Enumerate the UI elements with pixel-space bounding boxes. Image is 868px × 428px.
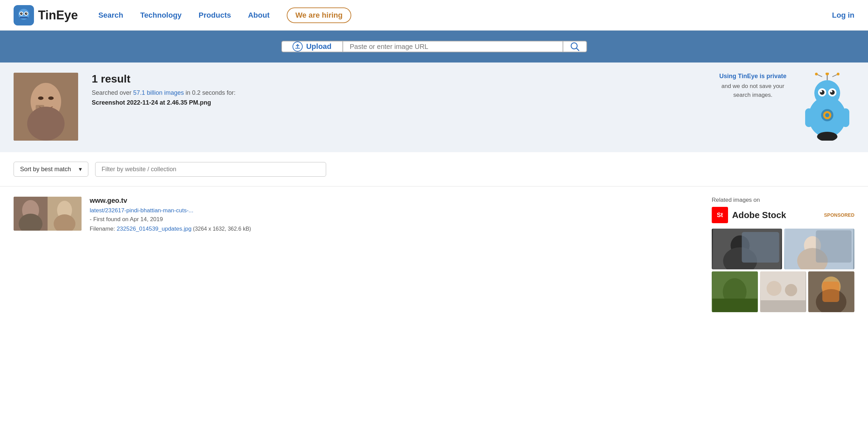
- robot-svg: [800, 73, 854, 141]
- login-link[interactable]: Log in: [832, 11, 854, 20]
- stock-images-bottom: [712, 271, 854, 312]
- sponsored-label: SPONSORED: [824, 212, 854, 218]
- thumb-right-img: [48, 197, 82, 231]
- sidebar: Related images on St Adobe Stock SPONSOR…: [712, 197, 854, 312]
- url-input[interactable]: [342, 41, 563, 52]
- svg-point-4: [20, 12, 23, 15]
- upload-icon: [293, 41, 303, 52]
- privacy-link[interactable]: Using TinEye is private: [719, 73, 786, 80]
- svg-point-13: [38, 96, 43, 100]
- related-label: Related images on: [712, 197, 854, 203]
- svg-point-30: [830, 90, 832, 92]
- privacy-section: Using TinEye is private and we do not sa…: [719, 73, 786, 99]
- privacy-text: and we do not save your search images.: [719, 82, 786, 99]
- stock-images-grid: [712, 229, 854, 269]
- stock-image-4[interactable]: [760, 271, 806, 312]
- query-image-bg: [14, 73, 78, 141]
- result-thumbnail: [14, 197, 82, 231]
- result-url-link[interactable]: latest/232617-pindi-bhattian-man-cuts-..…: [90, 207, 698, 214]
- svg-line-23: [832, 74, 837, 77]
- search-icon: [570, 42, 580, 51]
- svg-point-20: [826, 73, 829, 75]
- query-face-svg: [14, 73, 78, 141]
- upload-button[interactable]: Upload: [281, 41, 342, 52]
- svg-point-56: [785, 284, 797, 296]
- nav-search[interactable]: Search: [98, 11, 123, 20]
- result-info: 1 result Searched over 57.1 billion imag…: [92, 73, 706, 106]
- svg-point-24: [837, 73, 839, 75]
- logo-link[interactable]: TinEye: [14, 5, 78, 25]
- search-button[interactable]: [563, 41, 587, 52]
- thumb-left-svg: [14, 197, 48, 231]
- sort-chevron-icon: ▾: [79, 165, 82, 173]
- meta-suffix: in 0.2 seconds for:: [185, 89, 235, 96]
- result-fileinfo: (3264 x 1632, 362.6 kB): [193, 226, 251, 232]
- filter-input[interactable]: [95, 162, 326, 177]
- stock-image-2[interactable]: [784, 229, 854, 269]
- main-nav: Search Technology Products About We are …: [98, 7, 832, 23]
- svg-point-7: [26, 13, 27, 13]
- svg-point-55: [767, 281, 782, 296]
- nav-about[interactable]: About: [248, 11, 270, 20]
- svg-point-16: [27, 107, 65, 141]
- results-section: 1 result Searched over 57.1 billion imag…: [0, 63, 868, 152]
- svg-rect-34: [805, 108, 813, 127]
- header: TinEye Search Technology Products About …: [0, 0, 868, 31]
- result-domain: www.geo.tv: [90, 197, 698, 204]
- svg-point-29: [820, 90, 822, 92]
- stock-img-3-svg: [712, 271, 758, 312]
- svg-rect-61: [822, 282, 839, 302]
- svg-rect-8: [20, 17, 28, 18]
- sort-dropdown[interactable]: Sort by best match ▾: [14, 162, 88, 177]
- sort-label: Sort by best match: [20, 166, 71, 173]
- svg-rect-35: [842, 108, 849, 127]
- meta-count-link[interactable]: 57.1 billion images: [133, 89, 184, 96]
- logo-svg: [15, 7, 32, 24]
- upload-arrow-icon: [295, 44, 300, 49]
- adobe-stock-header: St Adobe Stock SPONSORED: [712, 207, 854, 223]
- svg-point-5: [25, 12, 28, 15]
- stock-image-5[interactable]: [808, 271, 854, 312]
- svg-point-14: [48, 96, 54, 100]
- stock-img-4-svg: [760, 271, 806, 312]
- content-area: www.geo.tv latest/232617-pindi-bhattian-…: [0, 186, 868, 322]
- stock-img-1-svg: [712, 229, 782, 269]
- hiring-button[interactable]: We are hiring: [287, 7, 352, 23]
- nav-technology[interactable]: Technology: [140, 11, 182, 20]
- adobe-st-icon: St: [712, 207, 728, 223]
- svg-line-10: [577, 48, 579, 51]
- stock-image-1[interactable]: [712, 229, 782, 269]
- search-bar: Upload: [281, 41, 587, 52]
- thumb-left-img: [14, 197, 48, 231]
- result-details: www.geo.tv latest/232617-pindi-bhattian-…: [90, 197, 698, 232]
- svg-rect-53: [712, 299, 758, 312]
- result-filename-link[interactable]: 232526_014539_updates.jpg: [117, 226, 191, 232]
- result-filename: Screenshot 2022-11-24 at 2.46.35 PM.png: [92, 99, 706, 106]
- nav-products[interactable]: Products: [199, 11, 231, 20]
- filter-section: Sort by best match ▾: [0, 152, 868, 186]
- table-row: www.geo.tv latest/232617-pindi-bhattian-…: [14, 197, 698, 243]
- result-found: - First found on Apr 14, 2019: [90, 216, 698, 223]
- meta-prefix: Searched over: [92, 89, 131, 96]
- stock-img-2-svg: [784, 229, 854, 269]
- result-meta: Searched over 57.1 billion images in 0.2…: [92, 89, 706, 96]
- upload-label: Upload: [306, 42, 332, 51]
- svg-rect-50: [816, 230, 852, 263]
- svg-line-21: [817, 74, 822, 77]
- stock-image-3[interactable]: [712, 271, 758, 312]
- adobe-st-text: St: [717, 212, 723, 219]
- svg-point-22: [815, 73, 818, 75]
- search-section: Upload: [0, 31, 868, 63]
- filename-label: Filename:: [90, 226, 117, 232]
- svg-point-33: [825, 113, 829, 117]
- adobe-stock-name: Adobe Stock: [732, 210, 786, 220]
- robot-illustration: [800, 73, 854, 142]
- result-filename-row: Filename: 232526_014539_updates.jpg (326…: [90, 226, 698, 232]
- thumb-right-svg: [48, 197, 82, 231]
- svg-rect-57: [761, 300, 806, 312]
- query-image: [14, 73, 78, 141]
- svg-point-6: [21, 13, 22, 13]
- svg-rect-46: [742, 232, 779, 263]
- logo-icon: [14, 5, 34, 25]
- logo-text: TinEye: [38, 8, 78, 22]
